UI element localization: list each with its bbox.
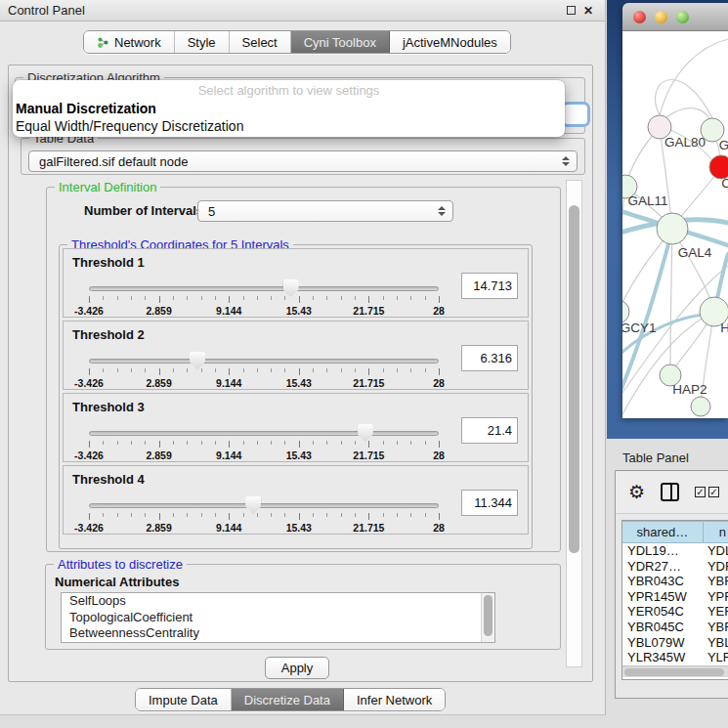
close-traffic-light-icon[interactable]: [633, 11, 646, 23]
node-label: GCY1: [622, 321, 656, 335]
columns-icon[interactable]: [661, 483, 679, 501]
threshold-value-field[interactable]: [461, 417, 518, 444]
cell-shared-name[interactable]: YDR27…: [622, 559, 704, 575]
group-label: Attributes to discretize: [54, 557, 187, 572]
scrollbar-thumb[interactable]: [484, 595, 492, 636]
attribute-list-item[interactable]: TopologicalCoefficient: [62, 610, 494, 626]
zoom-traffic-light-icon[interactable]: [676, 11, 689, 23]
table-row[interactable]: YER054C YER0: [622, 604, 728, 620]
cell-shared-name[interactable]: YBL079W: [622, 635, 704, 651]
column-header-shared-name[interactable]: shared…: [622, 521, 704, 543]
attribute-list-item[interactable]: SelfLoops: [62, 593, 494, 610]
threshold-slider[interactable]: -3.4262.8599.14415.4321.71528: [89, 282, 439, 318]
minimize-traffic-light-icon[interactable]: [655, 11, 667, 23]
tick-label: 28: [433, 450, 445, 461]
tick-label: -3.426: [74, 305, 104, 317]
network-node[interactable]: [691, 397, 710, 416]
tab-jactivemnodules[interactable]: jActiveMNodules: [390, 31, 510, 53]
threshold-label: Threshold 2: [72, 327, 145, 342]
threshold-slider[interactable]: -3.4262.8599.14415.4321.71528: [89, 427, 439, 462]
threshold-slider[interactable]: -3.4262.8599.14415.4321.71528: [89, 355, 439, 390]
gear-icon[interactable]: ⚙: [628, 483, 645, 501]
table-row[interactable]: YLR345W YLR3: [622, 650, 728, 665]
cell-shared-name[interactable]: YLR345W: [622, 650, 704, 665]
number-of-intervals-combobox[interactable]: 5: [197, 200, 453, 222]
tab-label: Discretize Data: [244, 693, 330, 707]
threshold-value-field[interactable]: [461, 273, 518, 299]
cell-name[interactable]: YBL0: [704, 635, 728, 651]
tab-impute-data[interactable]: Impute Data: [136, 689, 232, 710]
slider-handle[interactable]: [283, 279, 299, 297]
table-row[interactable]: YBR045C YBR0: [622, 620, 728, 635]
tick-labels: -3.4262.8599.14415.4321.71528: [89, 377, 439, 389]
cell-shared-name[interactable]: YBR045C: [622, 620, 704, 635]
table-row[interactable]: YDL19… YDL1: [622, 543, 728, 559]
slider-track[interactable]: [89, 503, 439, 508]
numerical-attributes-list[interactable]: SelfLoopsTopologicalCoefficientBetweenne…: [61, 592, 495, 643]
cell-name[interactable]: YPR1: [704, 589, 728, 605]
tab-style[interactable]: Style: [175, 31, 230, 53]
cell-shared-name[interactable]: YDL19…: [622, 543, 704, 559]
panel-title: Control Panel: [8, 3, 562, 18]
checkbox-icon[interactable]: ✓: [708, 487, 719, 497]
slider-handle[interactable]: [358, 424, 373, 442]
threshold-label: Threshold 4: [72, 472, 145, 487]
tab-discretize-data[interactable]: Discretize Data: [232, 689, 344, 710]
tab-infer-network[interactable]: Infer Network: [344, 689, 445, 710]
tab-cyni-toolbox[interactable]: Cyni Toolbox: [291, 31, 390, 53]
tick-label: 15.43: [286, 450, 312, 461]
apply-button[interactable]: Apply: [265, 657, 329, 679]
panel-scrollbar[interactable]: [566, 180, 582, 667]
slider-track[interactable]: [89, 431, 439, 436]
scrollbar-thumb[interactable]: [569, 205, 579, 553]
cell-shared-name[interactable]: YER054C: [622, 604, 704, 620]
attribute-list-item[interactable]: BetweennessCentrality: [62, 625, 494, 642]
tick-label: 9.144: [216, 377, 241, 389]
threshold-slider[interactable]: -3.4262.8599.14415.4321.71528: [89, 499, 439, 535]
tick-label: 9.144: [216, 305, 241, 317]
threshold-row: Threshold 4 -3.4262.8599.14415.4321.7152…: [63, 465, 529, 535]
slider-handle[interactable]: [245, 496, 261, 514]
float-window-icon[interactable]: [562, 3, 579, 18]
network-canvas[interactable]: GAL80GCGAL11GAL4GCY1HHAP2: [622, 31, 728, 418]
close-icon[interactable]: ✕: [579, 4, 597, 18]
threshold-row: Threshold 1 -3.4262.8599.14415.4321.7152…: [63, 248, 529, 318]
cell-name[interactable]: YER0: [704, 604, 728, 620]
tick-label: -3.426: [74, 450, 104, 461]
threshold-value-field[interactable]: [461, 345, 518, 371]
tick-label: 21.715: [353, 305, 384, 317]
popup-option-manual-discretization[interactable]: Manual Discretization: [13, 100, 565, 117]
table-data-combobox[interactable]: galFiltered.sif default node: [28, 150, 578, 172]
cell-shared-name[interactable]: YPR145W: [622, 589, 704, 605]
table-row[interactable]: YPR145W YPR1: [622, 589, 728, 605]
attributes-scrollbar[interactable]: [481, 593, 494, 642]
threshold-value-field[interactable]: [461, 490, 518, 516]
tab-network[interactable]: Network: [84, 31, 175, 53]
scrollbar-thumb[interactable]: [624, 668, 724, 676]
algorithm-combobox[interactable]: [561, 102, 590, 127]
popup-option-equal-width-frequency[interactable]: Equal Width/Frequency Discretization: [13, 117, 565, 135]
slider-handle[interactable]: [190, 352, 205, 369]
table-row[interactable]: YBR043C YBR0: [622, 574, 728, 589]
checkbox-icon[interactable]: ✓: [695, 487, 706, 497]
cell-shared-name[interactable]: YBR043C: [622, 574, 704, 589]
network-graph: GAL80GCGAL11GAL4GCY1HHAP2: [622, 31, 728, 418]
cell-name[interactable]: YLR3: [704, 650, 728, 665]
threshold-label: Threshold 3: [72, 400, 145, 414]
cell-name[interactable]: YDL1: [704, 543, 728, 559]
tab-select[interactable]: Select: [230, 31, 291, 53]
table-panel-title: Table Panel: [622, 450, 689, 465]
table-row[interactable]: YBL079W YBL0: [622, 635, 728, 651]
slider-track[interactable]: [89, 286, 439, 291]
table-horizontal-scrollbar[interactable]: [622, 665, 728, 677]
cell-name[interactable]: YDR2: [704, 559, 728, 575]
network-node[interactable]: [657, 213, 688, 244]
column-header-name[interactable]: n: [704, 521, 728, 543]
tick-label: 2.859: [146, 305, 171, 317]
cell-name[interactable]: YBR0: [704, 574, 728, 589]
table-row[interactable]: YDR27… YDR2: [622, 559, 728, 575]
node-attribute-table[interactable]: shared… n YDL19… YDL1YDR27… YDR2YBR043C …: [621, 520, 728, 680]
cell-name[interactable]: YBR0: [704, 620, 728, 635]
slider-track[interactable]: [89, 359, 439, 364]
tab-label: Cyni Toolbox: [304, 35, 376, 50]
